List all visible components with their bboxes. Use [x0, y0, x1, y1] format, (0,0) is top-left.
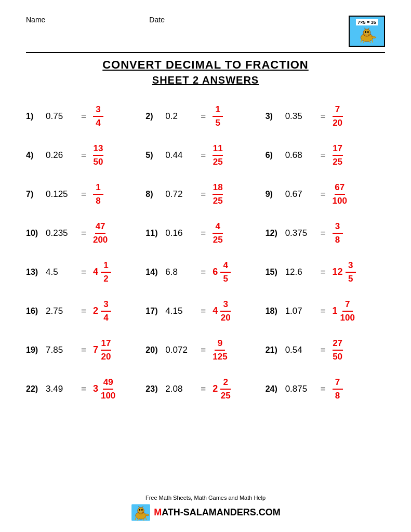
svg-point-7	[364, 34, 365, 35]
decimal-value: 0.72	[165, 189, 194, 200]
problem-cell: 20)0.072=9125	[145, 338, 265, 362]
decimal-value: 4.15	[165, 306, 194, 316]
numerator: 3	[333, 221, 343, 234]
decimal-value: 3.49	[46, 384, 74, 394]
top-divider	[26, 52, 385, 53]
numerator: 27	[333, 338, 343, 351]
denominator: 50	[93, 156, 103, 167]
problem-number: 12)	[266, 229, 281, 238]
problem-number: 19)	[26, 345, 42, 355]
equals-sign: =	[201, 150, 206, 161]
decimal-value: 7.85	[46, 345, 74, 355]
equals-sign: =	[81, 306, 86, 316]
denominator: 4	[93, 117, 103, 128]
whole-number: 1	[333, 305, 338, 316]
fraction: 38	[333, 221, 343, 245]
problem-cell: 12)0.375=38	[266, 221, 385, 245]
fraction: 425	[213, 221, 223, 245]
problem-number: 1)	[26, 112, 42, 121]
logo-formula: 7×5 = 35	[356, 19, 378, 25]
answer: 2750	[333, 338, 343, 362]
problem-number: 22)	[26, 384, 42, 394]
footer-tagline: Free Math Sheets, Math Games and Math He…	[145, 495, 266, 501]
problem-cell: 22)3.49=349100	[26, 377, 145, 401]
numerator: 3	[101, 299, 111, 312]
fraction: 1725	[333, 143, 343, 167]
decimal-value: 0.125	[46, 189, 74, 200]
svg-marker-6	[368, 28, 369, 29]
answer: 645	[213, 260, 231, 284]
problem-cell: 14)6.8=645	[145, 260, 265, 284]
problem-number: 4)	[26, 151, 42, 160]
problem-number: 10)	[26, 229, 42, 238]
problem-cell: 11)0.16=425	[145, 221, 265, 245]
footer-cheetah-icon	[130, 503, 151, 522]
answer: 67100	[333, 182, 347, 206]
fraction: 2750	[333, 338, 343, 362]
equals-sign: =	[321, 189, 326, 200]
denominator: 125	[213, 351, 227, 362]
decimal-value: 12.6	[285, 267, 314, 277]
fraction: 15	[213, 104, 223, 128]
fraction: 18	[93, 182, 103, 206]
answer: 425	[213, 221, 223, 245]
fraction: 225	[220, 377, 231, 401]
problem-cell: 16)2.75=234	[26, 299, 145, 323]
denominator: 25	[213, 234, 223, 245]
denominator: 4	[101, 312, 111, 323]
answer: 412	[93, 260, 111, 284]
decimal-value: 0.54	[285, 345, 314, 355]
fraction: 35	[346, 260, 356, 284]
problem-cell: 8)0.72=1825	[145, 182, 265, 206]
numerator: 3	[220, 299, 231, 312]
decimal-value: 0.26	[46, 150, 74, 161]
answer: 1825	[213, 182, 223, 206]
whole-number: 6	[213, 267, 218, 277]
denominator: 5	[213, 117, 223, 128]
numerator: 4	[213, 221, 223, 234]
equals-sign: =	[201, 228, 206, 238]
problem-number: 23)	[145, 384, 161, 394]
worksheet-header: CONVERT DECIMAL TO FRACTION SHEET 2 ANSW…	[26, 58, 385, 86]
denominator: 20	[220, 312, 231, 323]
problem-cell: 10)0.235=47200	[26, 221, 145, 245]
whole-number: 2	[93, 305, 98, 316]
problem-number: 6)	[266, 151, 281, 160]
problem-number: 5)	[145, 151, 161, 160]
equals-sign: =	[201, 306, 206, 316]
problem-row: 7)0.125=188)0.72=18259)0.67=67100	[26, 175, 385, 214]
svg-point-18	[141, 509, 143, 511]
denominator: 25	[333, 156, 343, 167]
fraction: 1350	[93, 143, 103, 167]
decimal-value: 0.2	[165, 111, 194, 122]
problem-cell: 18)1.07=17100	[266, 299, 385, 323]
denominator: 100	[340, 312, 355, 323]
problem-row: 13)4.5=41214)6.8=64515)12.6=1235	[26, 252, 385, 291]
fraction: 34	[101, 299, 111, 323]
denominator: 25	[213, 156, 223, 167]
equals-sign: =	[81, 384, 86, 394]
equals-sign: =	[81, 267, 86, 277]
fraction: 34	[93, 104, 103, 128]
numerator: 67	[335, 182, 345, 195]
problem-row: 16)2.75=23417)4.15=432018)1.07=17100	[26, 291, 385, 330]
answer: 1235	[333, 260, 356, 284]
svg-point-22	[138, 512, 139, 513]
date-label: Date	[149, 16, 165, 24]
equals-sign: =	[321, 267, 326, 277]
problem-cell: 9)0.67=67100	[266, 182, 385, 206]
equals-sign: =	[321, 228, 326, 238]
answer: 17100	[333, 299, 355, 323]
footer-logo: MATH-SALAMANDERS.COM	[130, 503, 281, 522]
svg-point-23	[142, 512, 143, 513]
decimal-value: 0.072	[165, 345, 194, 355]
numerator: 1	[93, 182, 103, 195]
decimal-value: 0.44	[165, 150, 194, 161]
decimal-value: 0.875	[285, 384, 314, 394]
problem-cell: 4)0.26=1350	[26, 143, 145, 167]
equals-sign: =	[81, 189, 86, 200]
whole-number: 3	[93, 383, 98, 394]
footer: Free Math Sheets, Math Games and Math He…	[0, 495, 411, 522]
logo-box: 7×5 = 35	[349, 16, 385, 47]
fraction: 12	[101, 260, 111, 284]
